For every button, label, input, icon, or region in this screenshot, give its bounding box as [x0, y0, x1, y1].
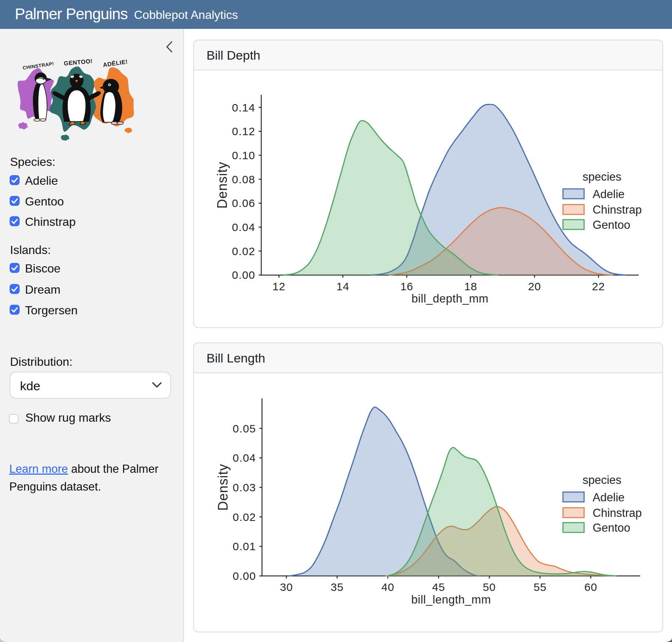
svg-text:Gentoo: Gentoo [593, 218, 631, 231]
svg-text:12: 12 [272, 280, 285, 292]
svg-text:species: species [582, 474, 621, 486]
svg-text:Gentoo: Gentoo [593, 521, 631, 534]
svg-text:ADĒLIE!: ADĒLIE! [103, 58, 128, 68]
svg-text:0.10: 0.10 [232, 149, 255, 161]
svg-text:45: 45 [432, 581, 445, 593]
svg-text:Chinstrap: Chinstrap [593, 506, 642, 519]
svg-text:60: 60 [584, 581, 597, 593]
svg-text:0.04: 0.04 [232, 221, 255, 233]
svg-text:0.05: 0.05 [233, 422, 256, 435]
svg-text:30: 30 [280, 581, 293, 593]
svg-text:Chinstrap: Chinstrap [593, 203, 642, 216]
svg-text:Adelie: Adelie [593, 491, 625, 504]
svg-text:16: 16 [400, 280, 413, 292]
svg-text:bill_depth_mm: bill_depth_mm [411, 292, 488, 305]
svg-text:0.01: 0.01 [233, 540, 256, 552]
svg-text:20: 20 [528, 280, 541, 292]
svg-text:0.00: 0.00 [232, 269, 255, 281]
svg-text:bill_length_mm: bill_length_mm [411, 593, 491, 606]
svg-text:species: species [582, 170, 621, 183]
svg-text:0.00: 0.00 [233, 570, 256, 582]
svg-text:40: 40 [382, 581, 394, 593]
svg-text:0.02: 0.02 [233, 511, 256, 523]
svg-text:0.12: 0.12 [232, 125, 255, 137]
svg-text:22: 22 [592, 280, 605, 292]
svg-text:18: 18 [464, 280, 477, 292]
svg-text:0.03: 0.03 [233, 481, 256, 494]
svg-text:0.14: 0.14 [232, 101, 255, 114]
svg-text:GENTOO!: GENTOO! [64, 58, 93, 67]
svg-text:0.02: 0.02 [232, 245, 255, 257]
svg-text:14: 14 [336, 280, 349, 292]
svg-text:Density: Density [215, 161, 230, 208]
svg-text:Density: Density [215, 464, 231, 511]
svg-text:0.08: 0.08 [232, 173, 255, 185]
svg-text:35: 35 [331, 581, 344, 593]
svg-text:Adelie: Adelie [593, 188, 625, 201]
svg-text:55: 55 [534, 581, 547, 593]
svg-text:0.06: 0.06 [232, 197, 255, 209]
svg-text:50: 50 [483, 581, 496, 593]
svg-text:0.04: 0.04 [233, 452, 256, 464]
